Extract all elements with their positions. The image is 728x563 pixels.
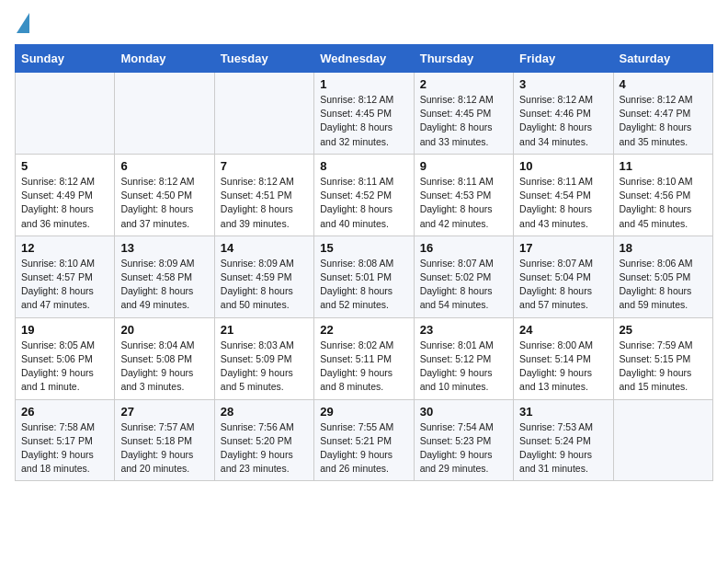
- calendar-cell: 11Sunrise: 8:10 AM Sunset: 4:56 PM Dayli…: [613, 154, 712, 236]
- calendar-table: SundayMondayTuesdayWednesdayThursdayFrid…: [15, 44, 713, 481]
- day-number: 4: [620, 77, 707, 91]
- day-number: 8: [320, 159, 407, 173]
- day-number: 28: [221, 405, 308, 419]
- day-number: 11: [620, 159, 707, 173]
- calendar-cell: 27Sunrise: 7:57 AM Sunset: 5:18 PM Dayli…: [115, 399, 214, 481]
- day-number: 6: [120, 159, 208, 173]
- calendar-cell: 21Sunrise: 8:03 AM Sunset: 5:09 PM Dayli…: [214, 317, 313, 399]
- day-header-saturday: Saturday: [613, 45, 712, 73]
- day-number: 15: [320, 241, 407, 255]
- logo-triangle-icon: [17, 13, 29, 33]
- day-info: Sunrise: 7:54 AM Sunset: 5:23 PM Dayligh…: [420, 420, 507, 477]
- day-info: Sunrise: 8:06 AM Sunset: 5:05 PM Dayligh…: [620, 257, 707, 313]
- day-number: 1: [320, 77, 407, 91]
- day-info: Sunrise: 8:04 AM Sunset: 5:08 PM Dayligh…: [120, 339, 208, 395]
- day-info: Sunrise: 8:12 AM Sunset: 4:47 PM Dayligh…: [620, 93, 707, 149]
- day-info: Sunrise: 8:12 AM Sunset: 4:45 PM Dayligh…: [320, 93, 407, 149]
- day-info: Sunrise: 8:08 AM Sunset: 5:01 PM Dayligh…: [320, 257, 407, 313]
- day-number: 2: [420, 77, 507, 91]
- day-number: 22: [320, 323, 407, 337]
- day-info: Sunrise: 8:02 AM Sunset: 5:11 PM Dayligh…: [320, 339, 407, 395]
- day-info: Sunrise: 7:56 AM Sunset: 5:20 PM Dayligh…: [221, 420, 308, 477]
- day-info: Sunrise: 8:11 AM Sunset: 4:53 PM Dayligh…: [420, 175, 507, 231]
- day-number: 19: [21, 323, 108, 337]
- day-number: 30: [420, 405, 507, 419]
- calendar-week-4: 19Sunrise: 8:05 AM Sunset: 5:06 PM Dayli…: [16, 317, 713, 399]
- day-number: 16: [420, 241, 507, 255]
- calendar-cell: [214, 73, 313, 155]
- day-number: 17: [519, 241, 607, 255]
- day-info: Sunrise: 7:55 AM Sunset: 5:21 PM Dayligh…: [320, 420, 407, 477]
- day-info: Sunrise: 8:03 AM Sunset: 5:09 PM Dayligh…: [221, 339, 308, 395]
- calendar-cell: 5Sunrise: 8:12 AM Sunset: 4:49 PM Daylig…: [16, 154, 115, 236]
- day-number: 12: [21, 241, 108, 255]
- day-number: 23: [420, 323, 507, 337]
- day-number: 7: [221, 159, 308, 173]
- calendar-cell: 20Sunrise: 8:04 AM Sunset: 5:08 PM Dayli…: [115, 317, 214, 399]
- day-number: 3: [519, 77, 607, 91]
- day-info: Sunrise: 8:11 AM Sunset: 4:52 PM Dayligh…: [320, 175, 407, 231]
- calendar-cell: 26Sunrise: 7:58 AM Sunset: 5:17 PM Dayli…: [16, 399, 115, 481]
- day-info: Sunrise: 8:07 AM Sunset: 5:02 PM Dayligh…: [420, 257, 507, 313]
- calendar-cell: 4Sunrise: 8:12 AM Sunset: 4:47 PM Daylig…: [613, 73, 712, 155]
- calendar-cell: 28Sunrise: 7:56 AM Sunset: 5:20 PM Dayli…: [214, 399, 313, 481]
- day-header-friday: Friday: [514, 45, 613, 73]
- day-info: Sunrise: 8:12 AM Sunset: 4:50 PM Dayligh…: [120, 175, 208, 231]
- day-info: Sunrise: 8:07 AM Sunset: 5:04 PM Dayligh…: [519, 257, 607, 313]
- calendar-week-3: 12Sunrise: 8:10 AM Sunset: 4:57 PM Dayli…: [16, 236, 713, 317]
- calendar-week-5: 26Sunrise: 7:58 AM Sunset: 5:17 PM Dayli…: [16, 399, 713, 481]
- page-header: [15, 15, 713, 33]
- calendar-cell: 31Sunrise: 7:53 AM Sunset: 5:24 PM Dayli…: [514, 399, 613, 481]
- calendar-week-2: 5Sunrise: 8:12 AM Sunset: 4:49 PM Daylig…: [16, 154, 713, 236]
- day-info: Sunrise: 8:12 AM Sunset: 4:46 PM Dayligh…: [519, 93, 607, 149]
- calendar-cell: 22Sunrise: 8:02 AM Sunset: 5:11 PM Dayli…: [314, 317, 414, 399]
- calendar-cell: [613, 399, 712, 481]
- day-number: 21: [221, 323, 308, 337]
- calendar-cell: 10Sunrise: 8:11 AM Sunset: 4:54 PM Dayli…: [514, 154, 613, 236]
- day-info: Sunrise: 8:11 AM Sunset: 4:54 PM Dayligh…: [519, 175, 607, 231]
- calendar-header-row: SundayMondayTuesdayWednesdayThursdayFrid…: [16, 45, 713, 73]
- day-number: 20: [120, 323, 208, 337]
- day-info: Sunrise: 8:10 AM Sunset: 4:56 PM Dayligh…: [620, 175, 707, 231]
- day-info: Sunrise: 8:12 AM Sunset: 4:51 PM Dayligh…: [221, 175, 308, 231]
- calendar-cell: 13Sunrise: 8:09 AM Sunset: 4:58 PM Dayli…: [115, 236, 214, 317]
- calendar-cell: 3Sunrise: 8:12 AM Sunset: 4:46 PM Daylig…: [514, 73, 613, 155]
- logo: [15, 15, 29, 33]
- calendar-cell: 17Sunrise: 8:07 AM Sunset: 5:04 PM Dayli…: [514, 236, 613, 317]
- calendar-cell: 19Sunrise: 8:05 AM Sunset: 5:06 PM Dayli…: [16, 317, 115, 399]
- day-info: Sunrise: 8:10 AM Sunset: 4:57 PM Dayligh…: [21, 257, 108, 313]
- day-number: 27: [120, 405, 208, 419]
- calendar-cell: 23Sunrise: 8:01 AM Sunset: 5:12 PM Dayli…: [414, 317, 513, 399]
- day-number: 25: [620, 323, 707, 337]
- day-number: 29: [320, 405, 407, 419]
- calendar-cell: 18Sunrise: 8:06 AM Sunset: 5:05 PM Dayli…: [613, 236, 712, 317]
- day-number: 13: [120, 241, 208, 255]
- calendar-cell: 8Sunrise: 8:11 AM Sunset: 4:52 PM Daylig…: [314, 154, 414, 236]
- calendar-cell: 16Sunrise: 8:07 AM Sunset: 5:02 PM Dayli…: [414, 236, 513, 317]
- logo-line1: [15, 15, 29, 33]
- day-header-tuesday: Tuesday: [214, 45, 313, 73]
- calendar-cell: 9Sunrise: 8:11 AM Sunset: 4:53 PM Daylig…: [414, 154, 513, 236]
- day-info: Sunrise: 7:53 AM Sunset: 5:24 PM Dayligh…: [519, 420, 607, 477]
- calendar-cell: [16, 73, 115, 155]
- day-number: 14: [221, 241, 308, 255]
- calendar-cell: 29Sunrise: 7:55 AM Sunset: 5:21 PM Dayli…: [314, 399, 414, 481]
- calendar-cell: 15Sunrise: 8:08 AM Sunset: 5:01 PM Dayli…: [314, 236, 414, 317]
- day-info: Sunrise: 7:59 AM Sunset: 5:15 PM Dayligh…: [620, 339, 707, 395]
- day-info: Sunrise: 8:12 AM Sunset: 4:45 PM Dayligh…: [420, 93, 507, 149]
- day-header-thursday: Thursday: [414, 45, 513, 73]
- day-info: Sunrise: 8:09 AM Sunset: 4:58 PM Dayligh…: [120, 257, 208, 313]
- day-number: 10: [519, 159, 607, 173]
- day-number: 24: [519, 323, 607, 337]
- calendar-cell: 12Sunrise: 8:10 AM Sunset: 4:57 PM Dayli…: [16, 236, 115, 317]
- day-info: Sunrise: 7:57 AM Sunset: 5:18 PM Dayligh…: [120, 420, 208, 477]
- day-info: Sunrise: 8:12 AM Sunset: 4:49 PM Dayligh…: [21, 175, 108, 231]
- calendar-cell: 24Sunrise: 8:00 AM Sunset: 5:14 PM Dayli…: [514, 317, 613, 399]
- day-info: Sunrise: 8:05 AM Sunset: 5:06 PM Dayligh…: [21, 339, 108, 395]
- calendar-cell: [115, 73, 214, 155]
- day-header-wednesday: Wednesday: [314, 45, 414, 73]
- calendar-cell: 7Sunrise: 8:12 AM Sunset: 4:51 PM Daylig…: [214, 154, 313, 236]
- day-number: 26: [21, 405, 108, 419]
- day-info: Sunrise: 7:58 AM Sunset: 5:17 PM Dayligh…: [21, 420, 108, 477]
- day-number: 18: [620, 241, 707, 255]
